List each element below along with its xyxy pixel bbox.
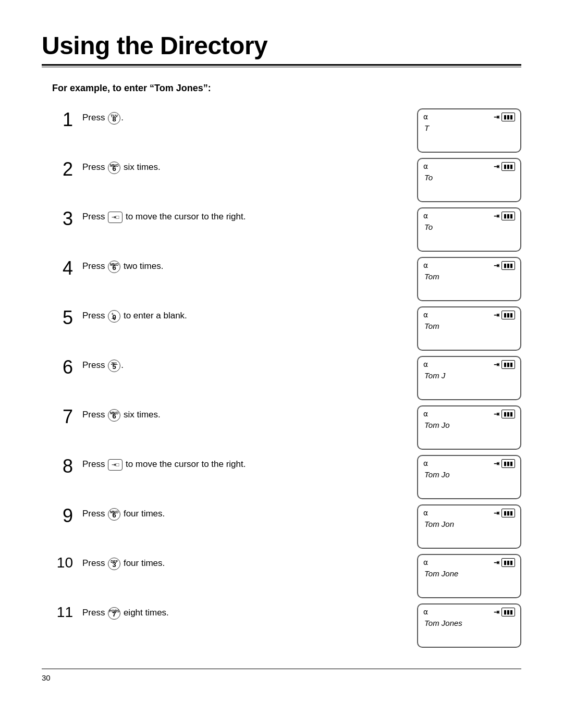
step-number: 7 [42,405,73,427]
title-rule-thick [42,64,521,66]
forward-arrow-icon: ⇥ [494,361,499,369]
key-button: JKL5 [108,360,120,372]
antenna-icon: ⍺ [423,261,428,270]
step-row: 10Press DEF3 four times.⍺⇥▮▮▮Tom Jone [42,554,521,598]
screen-display-text: Tom J [423,371,515,380]
key-arrow-button: ⇥□ [108,212,123,223]
step-row: 11Press PQRS7 eight times.⍺⇥▮▮▮Tom Jones [42,603,521,648]
step-screen: ⍺⇥▮▮▮Tom [417,306,521,351]
battery-icon: ▮▮▮ [501,311,515,319]
antenna-icon: ⍺ [423,509,428,517]
step-screen: ⍺⇥▮▮▮Tom [417,257,521,301]
step-text: Press DEF3 four times. [82,554,291,570]
key-button: PQRS7 [108,607,120,620]
screen-icons-group: ⇥▮▮▮ [494,212,515,220]
title-rule-thin [42,67,521,67]
step-screen: ⍺⇥▮▮▮Tom Jon [417,504,521,549]
antenna-icon: ⍺ [423,410,428,418]
key-button: MNO6 [108,162,120,174]
screen-icons-group: ⇥▮▮▮ [494,410,515,418]
forward-arrow-icon: ⇥ [494,509,499,517]
screen-icons-group: ⇥▮▮▮ [494,509,515,517]
screen-icons-group: ⇥▮▮▮ [494,311,515,319]
subtitle: For example, to enter “Tom Jones”: [52,83,521,94]
step-screen: ⍺⇥▮▮▮To [417,207,521,252]
step-screen: ⍺⇥▮▮▮Tom J [417,356,521,400]
key-button: TUV8 [108,112,120,125]
forward-arrow-icon: ⇥ [494,262,499,270]
battery-icon: ▮▮▮ [501,162,515,171]
forward-arrow-icon: ⇥ [494,460,499,468]
key-button: DEF3 [108,558,120,570]
step-screen: ⍺⇥▮▮▮Tom Jones [417,603,521,648]
step-row: 7Press MNO6 six times.⍺⇥▮▮▮Tom Jo [42,405,521,450]
screen-icons-group: ⇥▮▮▮ [494,558,515,567]
step-screen: ⍺⇥▮▮▮Tom Jone [417,554,521,598]
step-text: Press MNO6 six times. [82,405,291,422]
screen-top-bar: ⍺⇥▮▮▮ [423,360,515,369]
key-button: MNO6 [108,261,120,273]
step-number: 9 [42,504,73,526]
antenna-icon: ⍺ [423,162,428,171]
antenna-icon: ⍺ [423,212,428,220]
forward-arrow-icon: ⇥ [494,608,499,616]
step-text: Press MNO6 two times. [82,257,291,273]
screen-display-text: Tom [423,272,515,281]
step-row: 3Press ⇥□ to move the cursor to the righ… [42,207,521,252]
step-text: Press TUV8. [82,108,291,125]
screen-display-text: Tom Jo [423,421,515,429]
step-row: 5Press +−00 to enter a blank.⍺⇥▮▮▮Tom [42,306,521,351]
step-number: 6 [42,356,73,378]
step-number: 4 [42,257,73,279]
forward-arrow-icon: ⇥ [494,212,499,220]
step-text: Press +−00 to enter a blank. [82,306,291,323]
forward-arrow-icon: ⇥ [494,311,499,319]
battery-icon: ▮▮▮ [501,360,515,369]
screen-top-bar: ⍺⇥▮▮▮ [423,311,515,319]
step-screen: ⍺⇥▮▮▮To [417,158,521,202]
screen-display-text: Tom Jone [423,569,515,578]
battery-icon: ▮▮▮ [501,212,515,220]
screen-icons-group: ⇥▮▮▮ [494,261,515,270]
step-text: Press JKL5. [82,356,291,372]
screen-icons-group: ⇥▮▮▮ [494,459,515,468]
page-title: Using the Directory [42,31,521,60]
battery-icon: ▮▮▮ [501,509,515,517]
screen-top-bar: ⍺⇥▮▮▮ [423,608,515,616]
page-number: 30 [42,673,521,682]
step-number: 11 [42,603,73,621]
screen-top-bar: ⍺⇥▮▮▮ [423,459,515,468]
battery-icon: ▮▮▮ [501,410,515,418]
step-row: 4Press MNO6 two times.⍺⇥▮▮▮Tom [42,257,521,301]
step-row: 8Press ⇥□ to move the cursor to the righ… [42,455,521,499]
battery-icon: ▮▮▮ [501,459,515,468]
antenna-icon: ⍺ [423,608,428,616]
screen-top-bar: ⍺⇥▮▮▮ [423,162,515,171]
step-text: Press ⇥□ to move the cursor to the right… [82,207,291,223]
key-button: MNO6 [108,409,120,422]
screen-display-text: Tom Jones [423,619,515,627]
screen-display-text: To [423,173,515,182]
step-number: 8 [42,455,73,477]
step-number: 2 [42,158,73,180]
forward-arrow-icon: ⇥ [494,163,499,171]
screen-display-text: T [423,124,515,132]
step-screen: ⍺⇥▮▮▮T [417,108,521,153]
antenna-icon: ⍺ [423,311,428,319]
battery-icon: ▮▮▮ [501,113,515,121]
step-text: Press ⇥□ to move the cursor to the right… [82,455,291,471]
step-row: 6Press JKL5.⍺⇥▮▮▮Tom J [42,356,521,400]
step-screen: ⍺⇥▮▮▮Tom Jo [417,405,521,450]
step-number: 1 [42,108,73,130]
screen-display-text: Tom Jo [423,470,515,479]
antenna-icon: ⍺ [423,113,428,121]
step-text: Press MNO6 six times. [82,158,291,174]
step-screen: ⍺⇥▮▮▮Tom Jo [417,455,521,499]
screen-display-text: Tom Jon [423,520,515,528]
antenna-icon: ⍺ [423,459,428,468]
footer-rule [42,669,521,669]
key-button: +−00 [108,310,120,323]
screen-top-bar: ⍺⇥▮▮▮ [423,558,515,567]
screen-top-bar: ⍺⇥▮▮▮ [423,509,515,517]
screen-top-bar: ⍺⇥▮▮▮ [423,410,515,418]
